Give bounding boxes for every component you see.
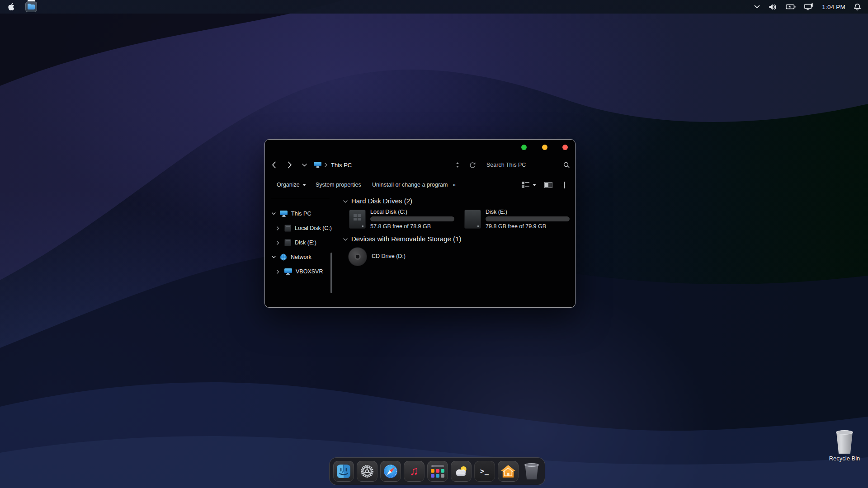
free-space-label: 57.8 GB free of 78.9 GB: [370, 223, 431, 230]
capacity-bar: [486, 216, 570, 221]
items-view: Hard Disk Drives (2) Local Disk (C:) 57.…: [342, 194, 572, 305]
files-app-icon[interactable]: [24, 0, 38, 14]
drive-local-disk-c[interactable]: Local Disk (C:) 57.8 GB free of 78.9 GB: [349, 210, 458, 232]
folder-icon: [28, 5, 35, 9]
dock-item-home[interactable]: [498, 461, 519, 482]
organize-button[interactable]: Organize: [277, 178, 306, 191]
windows-logo-icon: [354, 214, 361, 221]
chevron-down-icon[interactable]: [343, 197, 348, 205]
chevron-right-icon[interactable]: [276, 270, 280, 274]
bell-icon[interactable]: [854, 3, 861, 11]
drive-cd-d[interactable]: CD Drive (D:): [348, 247, 439, 267]
sidebar-item-vboxsvr[interactable]: VBOXSVR: [265, 266, 334, 277]
system-properties-button[interactable]: System properties: [316, 178, 361, 191]
navigation-pane: This PC Local Disk (C:) Disk (E:): [265, 194, 334, 305]
close-button[interactable]: [562, 145, 568, 150]
terminal-prompt-icon: >_: [480, 467, 489, 475]
dock-item-launchpad[interactable]: [427, 461, 448, 482]
safari-compass-icon: [382, 463, 399, 479]
dock: ♫: [329, 457, 545, 485]
chevron-right-icon[interactable]: [276, 241, 280, 245]
desktop: 1:04 PM: [0, 0, 868, 488]
sidebar-item-label: Network: [291, 254, 311, 260]
new-item-button[interactable]: [561, 178, 567, 191]
free-space-label: 79.8 GB free of 79.9 GB: [486, 223, 546, 230]
back-button[interactable]: [272, 158, 276, 172]
sidebar-item-network[interactable]: Network: [265, 251, 334, 263]
title-bar[interactable]: [265, 140, 575, 155]
dock-item-safari[interactable]: [380, 461, 401, 482]
launchpad-icon: [430, 465, 445, 478]
sidebar-scrollbar[interactable]: [330, 253, 332, 293]
sidebar-item-disk-e[interactable]: Disk (E:): [265, 237, 334, 249]
preview-pane-icon: [544, 182, 552, 188]
drive-disk-e[interactable]: Disk (E:) 79.8 GB free of 79.9 GB: [464, 210, 573, 232]
hard-drive-icon: [284, 239, 291, 246]
chevron-down-icon[interactable]: [271, 212, 276, 215]
breadcrumb-separator-icon: [325, 158, 327, 172]
dock-item-terminal[interactable]: >_: [474, 461, 495, 482]
recycle-bin-label: Recycle Bin: [826, 455, 863, 462]
section-title: Hard Disk Drives (2): [351, 197, 412, 205]
sidebar-item-label: This PC: [291, 211, 311, 217]
display-icon[interactable]: [804, 3, 813, 10]
preview-pane-button[interactable]: [544, 178, 552, 191]
refresh-icon[interactable]: [469, 158, 476, 172]
sidebar-separator: [271, 199, 330, 199]
more-commands-button[interactable]: »: [453, 178, 456, 191]
hard-drive-icon: [464, 210, 481, 229]
drive-name: Disk (E:): [486, 209, 507, 215]
recent-locations-dropdown[interactable]: [302, 158, 307, 172]
sidebar-item-this-pc[interactable]: This PC: [265, 208, 334, 220]
hard-drive-icon: [349, 210, 366, 229]
breadcrumb[interactable]: This PC: [331, 158, 352, 172]
command-toolbar: Organize System properties Uninstall or …: [265, 178, 575, 191]
chevron-down-icon[interactable]: [271, 256, 276, 258]
navigation-bar: This PC Search This PC: [265, 158, 575, 172]
drive-name: CD Drive (D:): [372, 253, 406, 259]
clock[interactable]: 1:04 PM: [822, 4, 845, 10]
battery-charging-icon[interactable]: [786, 4, 796, 9]
monitor-icon: [284, 268, 292, 275]
search-input[interactable]: Search This PC: [486, 158, 526, 172]
chevron-down-icon[interactable]: [343, 235, 348, 243]
dock-item-finder[interactable]: [333, 461, 354, 482]
section-header-hard-disks[interactable]: Hard Disk Drives (2): [342, 197, 412, 205]
volume-icon[interactable]: [769, 4, 777, 10]
minimize-button[interactable]: [542, 145, 547, 150]
monitor-icon: [280, 211, 288, 217]
dock-item-trash[interactable]: [521, 461, 542, 482]
section-header-removable[interactable]: Devices with Removable Storage (1): [342, 235, 461, 243]
hard-drive-icon: [284, 225, 291, 232]
address-dropdown-icon[interactable]: [456, 158, 459, 172]
globe-icon: [280, 253, 287, 261]
file-explorer-window: This PC Search This PC: [264, 139, 576, 308]
weather-cloud-sun-icon: [453, 463, 469, 479]
forward-button[interactable]: [288, 158, 292, 172]
drive-name: Local Disk (C:): [370, 209, 407, 215]
cd-disc-icon: [348, 247, 367, 266]
uninstall-program-button[interactable]: Uninstall or change a program: [372, 178, 448, 191]
plus-icon: [561, 182, 567, 188]
dock-item-weather[interactable]: [451, 461, 472, 482]
gear-icon: [359, 463, 375, 479]
recycle-bin-shortcut[interactable]: Recycle Bin: [826, 430, 863, 462]
maximize-button[interactable]: [521, 145, 527, 150]
dock-item-music[interactable]: ♫: [404, 461, 425, 482]
chevron-right-icon[interactable]: [276, 226, 280, 230]
recycle-bin-icon: [836, 430, 853, 454]
music-note-icon: ♫: [410, 465, 419, 477]
chevron-down-icon[interactable]: [754, 5, 760, 9]
sidebar-item-label: VBOXSVR: [296, 268, 323, 275]
trash-icon: [524, 463, 539, 479]
this-pc-icon: [314, 158, 321, 172]
sidebar-item-label: Disk (E:): [295, 239, 316, 246]
apple-menu-icon[interactable]: [8, 3, 14, 11]
launchpad-search-bar: [431, 465, 444, 467]
dock-item-settings[interactable]: [357, 461, 377, 482]
capacity-bar: [370, 216, 454, 221]
menu-bar: 1:04 PM: [0, 0, 868, 14]
change-view-button[interactable]: [522, 178, 536, 191]
search-icon[interactable]: [563, 158, 570, 172]
sidebar-item-local-disk-c[interactable]: Local Disk (C:): [265, 222, 334, 234]
